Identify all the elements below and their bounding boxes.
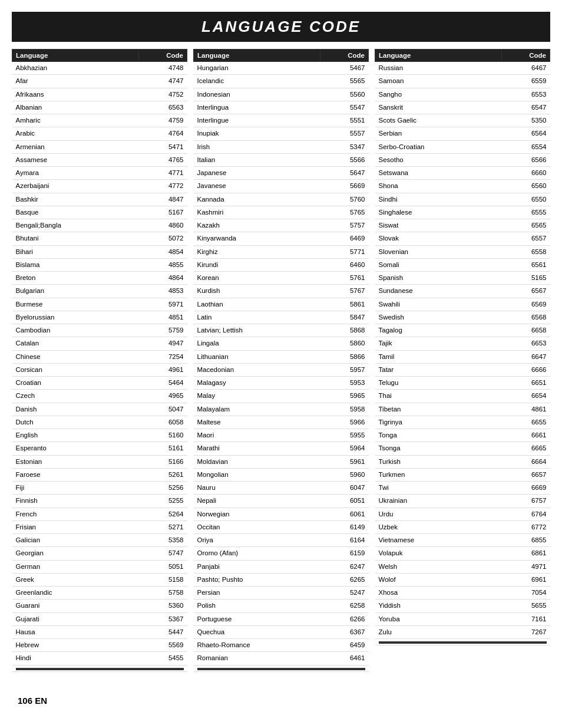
table-row: Spanish5165	[375, 272, 550, 285]
language-name: Cambodian	[12, 324, 139, 337]
table-row: Georgian5747	[12, 547, 187, 560]
table-row: Bengali;Bangla4860	[12, 219, 187, 232]
language-name: Abkhazian	[12, 62, 139, 75]
table-row: Danish5047	[12, 403, 187, 416]
language-code: 4747	[139, 75, 187, 88]
language-code: 4771	[139, 167, 187, 180]
table-row: Oromo (Afan)6159	[194, 547, 369, 560]
language-code: 5271	[139, 521, 187, 533]
language-code: 6569	[502, 298, 550, 311]
table-row: Sanskrit6547	[375, 101, 550, 114]
language-name: Swedish	[375, 311, 502, 324]
language-name: Dutch	[12, 416, 139, 429]
language-code: 5765	[320, 206, 369, 219]
table-row: Amharic4759	[12, 114, 187, 127]
language-code: 5471	[139, 140, 187, 153]
language-code: 6647	[502, 350, 550, 363]
language-code: 6665	[502, 442, 550, 455]
table-row: Malayalam5958	[194, 403, 369, 416]
language-code: 6651	[502, 377, 550, 390]
language-name: Kirundi	[194, 258, 320, 271]
language-name: Korean	[194, 272, 320, 285]
language-name: Samoan	[375, 75, 502, 88]
language-code: 6164	[320, 534, 369, 547]
language-code: 6247	[320, 560, 369, 573]
language-name: Siswat	[375, 219, 502, 232]
language-code: 5747	[139, 547, 187, 560]
language-name: Slovak	[375, 232, 502, 245]
language-code: 4854	[139, 245, 187, 258]
language-code: 6654	[502, 390, 550, 403]
language-code: 6561	[502, 258, 550, 271]
table-row: Assamese4765	[12, 153, 187, 166]
table-row: Greenlandic5758	[12, 587, 187, 599]
language-name: Vietnamese	[375, 534, 502, 547]
language-code: 5868	[320, 324, 369, 337]
language-name: Tajik	[375, 337, 502, 350]
table-row: Kannada5760	[194, 193, 369, 206]
language-name: Inupiak	[194, 127, 320, 140]
language-name: Byelorussian	[12, 311, 139, 324]
language-code: 4860	[139, 219, 187, 232]
language-name: Icelandic	[194, 75, 320, 88]
table-row: Malay5965	[194, 390, 369, 403]
language-name: Mongolian	[194, 468, 320, 481]
language-code: 4855	[139, 258, 187, 271]
table-row: Slovak6557	[375, 232, 550, 245]
language-name: Greenlandic	[12, 587, 139, 599]
language-name: Burmese	[12, 298, 139, 311]
language-name: Javanese	[194, 180, 320, 193]
language-code: 6660	[502, 167, 550, 180]
table-row: Interlingua5547	[194, 101, 369, 114]
language-name: Afrikaans	[12, 88, 139, 101]
language-name: Catalan	[12, 337, 139, 350]
table-row: Arabic4764	[12, 127, 187, 140]
language-name: Quechua	[194, 625, 320, 638]
language-name: Indonesian	[194, 88, 320, 101]
language-code: 6661	[502, 429, 550, 442]
language-name: Uzbek	[375, 521, 502, 533]
language-code: 5957	[320, 363, 369, 376]
language-name: Lingala	[194, 337, 320, 350]
table-row: Frisian5271	[12, 521, 187, 533]
language-name: Turkmen	[375, 468, 502, 481]
language-name: Tigrinya	[375, 416, 502, 429]
language-name: Tamil	[375, 350, 502, 363]
language-name: Panjabi	[194, 560, 320, 573]
table-row: Turkmen6657	[375, 468, 550, 481]
table-row: Breton4864	[12, 272, 187, 285]
language-code: 6757	[502, 495, 550, 508]
table-row: Marathi5964	[194, 442, 369, 455]
col2-lang-header: Language	[194, 50, 320, 62]
language-code: 5264	[139, 508, 187, 521]
tables-container: Language Code Abkhazian4748Afar4747Afrik…	[12, 49, 550, 672]
language-name: Corsican	[12, 363, 139, 376]
language-code: 6568	[502, 311, 550, 324]
table-row: Kirundi6460	[194, 258, 369, 271]
table-row: Greek5158	[12, 573, 187, 586]
language-code: 6764	[502, 508, 550, 521]
language-code: 6557	[502, 232, 550, 245]
language-code: 6367	[320, 625, 369, 638]
language-code: 5866	[320, 350, 369, 363]
table-row: Serbo-Croatian6554	[375, 140, 550, 153]
language-name: Shona	[375, 180, 502, 193]
table-row: Wolof6961	[375, 573, 550, 586]
table-row: Byelorussian4851	[12, 311, 187, 324]
language-code: 5569	[139, 639, 187, 652]
table-row: Rhaeto-Romance6459	[194, 639, 369, 652]
language-name: Amharic	[12, 114, 139, 127]
language-code: 4847	[139, 193, 187, 206]
language-name: Lithuanian	[194, 350, 320, 363]
table-row: Slovenian6558	[375, 245, 550, 258]
language-code: 7254	[139, 350, 187, 363]
language-code: 6149	[320, 521, 369, 533]
table-row: Swedish6568	[375, 311, 550, 324]
language-name: Thai	[375, 390, 502, 403]
language-code: 6266	[320, 612, 369, 625]
table-row: Occitan6149	[194, 521, 369, 533]
language-name: Welsh	[375, 560, 502, 573]
language-code: 5464	[139, 377, 187, 390]
language-code: 6664	[502, 455, 550, 468]
table-row: Tigrinya6655	[375, 416, 550, 429]
